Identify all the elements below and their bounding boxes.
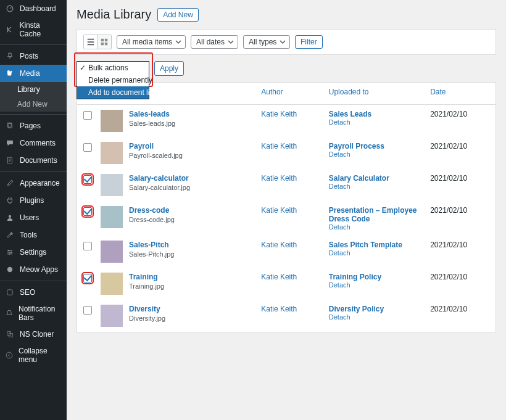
thumbnail[interactable]	[101, 305, 123, 327]
sidebar-item-seo[interactable]: SEO	[0, 284, 67, 301]
meow-icon	[5, 265, 15, 274]
sidebar-item-plugins[interactable]: Plugins	[0, 192, 67, 209]
sidebar-item-pages[interactable]: Pages	[0, 117, 67, 134]
comment-icon	[5, 138, 15, 148]
grid-view-icon[interactable]	[97, 35, 111, 49]
list-view-icon[interactable]	[84, 35, 97, 49]
file-name: Sales-leads.jpg	[129, 120, 175, 127]
detach-link[interactable]: Detach	[329, 118, 430, 126]
sidebar-item-dashboard[interactable]: Dashboard	[0, 0, 67, 17]
file-title[interactable]: Dress-code	[129, 206, 175, 215]
detach-link[interactable]: Detach	[329, 313, 430, 321]
tools-icon	[5, 230, 15, 240]
row-checkbox[interactable]	[83, 306, 92, 315]
row-checkbox[interactable]	[83, 242, 92, 250]
uploaded-to-link[interactable]: Training Policy	[329, 273, 430, 281]
file-title[interactable]: Training	[129, 273, 164, 281]
row-checkbox[interactable]	[83, 207, 92, 216]
author-link[interactable]: Katie Keith	[261, 142, 297, 150]
detach-link[interactable]: Detach	[329, 249, 430, 257]
svg-point-13	[6, 352, 12, 358]
sidebar-item-label: Documents	[20, 156, 57, 165]
uploaded-to-link[interactable]: Sales Leads	[329, 110, 430, 118]
thumbnail[interactable]	[101, 110, 123, 132]
col-date[interactable]: Date	[430, 88, 489, 99]
svg-point-6	[8, 250, 9, 251]
sidebar-item-meow-apps[interactable]: Meow Apps	[0, 261, 67, 278]
filter-bar: All media items All dates All types Filt…	[77, 29, 496, 55]
table-row: Sales-leads Sales-leads.jpg Katie Keith …	[77, 105, 496, 137]
sidebar-item-tools[interactable]: Tools	[0, 226, 67, 244]
sidebar-item-comments[interactable]: Comments	[0, 134, 67, 152]
sidebar-item-label: SEO	[20, 288, 35, 297]
bulk-actions-dropdown[interactable]: Bulk actionsDelete permanentlyAdd to doc…	[77, 61, 149, 99]
bulk-option[interactable]: Delete permanently	[77, 74, 149, 86]
thumbnail[interactable]	[101, 206, 123, 228]
row-checkbox[interactable]	[83, 175, 92, 184]
uploaded-to-link[interactable]: Payroll Process	[329, 142, 430, 150]
sidebar-item-label: Appearance	[20, 179, 60, 187]
media-items-filter[interactable]: All media items	[117, 35, 186, 49]
bulk-option[interactable]: Bulk actions	[77, 62, 149, 74]
file-title[interactable]: Sales-leads	[129, 110, 175, 118]
sidebar-item-users[interactable]: Users	[0, 209, 67, 226]
bell-icon	[5, 308, 14, 318]
main-content: Media Library Add New All media items Al…	[67, 0, 506, 420]
detach-link[interactable]: Detach	[329, 183, 430, 190]
table-row: Sales-Pitch Sales-Pitch.jpg Katie Keith …	[77, 236, 496, 268]
uploaded-to-link[interactable]: Salary Calculator	[329, 174, 430, 183]
dates-filter[interactable]: All dates	[191, 35, 238, 49]
sidebar-item-settings[interactable]: Settings	[0, 244, 67, 261]
filter-button[interactable]: Filter	[295, 35, 323, 49]
col-author[interactable]: Author	[261, 88, 329, 99]
table-row: Salary-calculator Salary-calculator.jpg …	[77, 169, 496, 201]
bulk-actions-select[interactable]: Bulk actionsDelete permanentlyAdd to doc…	[77, 61, 149, 76]
sidebar-item-label: Settings	[20, 248, 46, 257]
uploaded-to-link[interactable]: Presentation – Employee Dress Code	[329, 206, 430, 223]
thumbnail[interactable]	[101, 241, 123, 263]
author-link[interactable]: Katie Keith	[261, 273, 297, 281]
table-row: Diversity Diversity.jpg Katie Keith Dive…	[77, 300, 496, 332]
sidebar-item-label: Notification Bars	[19, 305, 62, 322]
thumbnail[interactable]	[101, 273, 123, 295]
sidebar-item-collapse-menu[interactable]: Collapse menu	[0, 343, 67, 368]
brush-icon	[5, 178, 15, 188]
detach-link[interactable]: Detach	[329, 281, 430, 289]
thumbnail[interactable]	[101, 142, 123, 164]
svg-point-5	[9, 215, 11, 218]
author-link[interactable]: Katie Keith	[261, 174, 297, 183]
submenu-library[interactable]: Library	[0, 82, 67, 97]
sidebar-item-documents[interactable]: Documents	[0, 152, 67, 169]
sidebar-item-ns-cloner[interactable]: NS Cloner	[0, 326, 67, 343]
file-title[interactable]: Salary-calculator	[129, 174, 190, 183]
detach-link[interactable]: Detach	[329, 150, 430, 158]
types-filter[interactable]: All types	[243, 35, 290, 49]
media-table: Author Uploaded to Date Sales-leads Sale…	[77, 82, 496, 332]
file-title[interactable]: Payroll	[129, 142, 183, 150]
uploaded-to-link[interactable]: Sales Pitch Template	[329, 241, 430, 249]
file-title[interactable]: Sales-Pitch	[129, 241, 174, 249]
sidebar-item-label: Meow Apps	[20, 265, 58, 274]
sidebar-item-media[interactable]: Media	[0, 65, 67, 82]
thumbnail[interactable]	[101, 174, 123, 196]
svg-rect-16	[101, 43, 104, 45]
row-checkbox[interactable]	[83, 143, 92, 152]
apply-button[interactable]: Apply	[154, 61, 184, 76]
sidebar-item-notification-bars[interactable]: Notification Bars	[0, 301, 67, 326]
detach-link[interactable]: Detach	[329, 223, 430, 231]
sidebar-item-kinsta-cache[interactable]: Kinsta Cache	[0, 17, 67, 42]
row-checkbox[interactable]	[83, 274, 92, 282]
col-uploaded[interactable]: Uploaded to	[329, 88, 430, 99]
author-link[interactable]: Katie Keith	[261, 241, 297, 249]
author-link[interactable]: Katie Keith	[261, 305, 297, 313]
bulk-option[interactable]: Add to document library	[77, 86, 149, 99]
uploaded-to-link[interactable]: Diversity Policy	[329, 305, 430, 313]
submenu-add-new[interactable]: Add New	[0, 97, 67, 112]
author-link[interactable]: Katie Keith	[261, 206, 297, 215]
author-link[interactable]: Katie Keith	[261, 110, 297, 118]
add-new-button[interactable]: Add New	[157, 8, 199, 22]
sidebar-item-posts[interactable]: Posts	[0, 47, 67, 65]
sidebar-item-appearance[interactable]: Appearance	[0, 175, 67, 192]
row-checkbox[interactable]	[83, 111, 92, 120]
file-title[interactable]: Diversity	[129, 305, 165, 313]
